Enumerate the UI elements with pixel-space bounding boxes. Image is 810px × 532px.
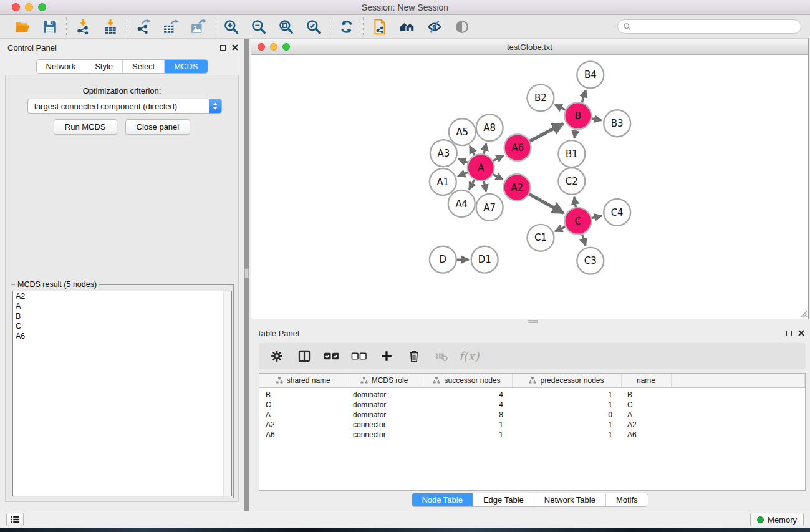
node-A2[interactable]: A2 <box>504 174 531 201</box>
tab-select[interactable]: Select <box>123 60 165 73</box>
column-header-predecessor-nodes[interactable]: predecessor nodes <box>512 374 621 387</box>
hide-graphics-details-button[interactable] <box>424 17 445 36</box>
column-header-shared-name[interactable]: shared name <box>259 374 347 387</box>
home-button[interactable] <box>397 17 418 36</box>
table-split-divider[interactable] <box>249 319 810 324</box>
column-header-successor-nodes[interactable]: successor nodes <box>422 374 512 387</box>
resize-grip-icon[interactable] <box>799 309 808 318</box>
tab-network-table[interactable]: Network Table <box>534 493 606 506</box>
mcds-result-item[interactable]: B <box>13 311 231 321</box>
node-D[interactable]: D <box>430 246 456 273</box>
node-table[interactable]: shared nameMCDS rolesuccessor nodesprede… <box>259 373 806 491</box>
node-B[interactable]: B <box>564 102 591 129</box>
node-A7[interactable]: A7 <box>476 194 503 221</box>
mcds-result-item[interactable]: C <box>13 321 231 331</box>
network-window-lights <box>258 43 290 51</box>
tab-mcds[interactable]: MCDS <box>165 60 207 73</box>
close-view-button[interactable] <box>258 43 265 51</box>
show-column-button[interactable] <box>296 348 312 364</box>
export-network-button[interactable] <box>133 17 154 36</box>
close-panel-icon[interactable] <box>798 330 804 336</box>
float-panel-icon[interactable] <box>786 331 792 336</box>
zoom-out-button[interactable] <box>248 17 269 36</box>
node-B1[interactable]: B1 <box>558 140 585 167</box>
tab-edge-table[interactable]: Edge Table <box>473 493 534 506</box>
node-B3[interactable]: B3 <box>604 110 630 137</box>
tab-node-table[interactable]: Node Table <box>412 493 473 506</box>
mcds-result-item[interactable]: A6 <box>13 331 231 341</box>
run-mcds-button[interactable]: Run MCDS <box>54 119 117 135</box>
function-builder-button[interactable]: f(x) <box>461 348 477 364</box>
mcds-result-item[interactable]: A2 <box>13 291 231 301</box>
table-row[interactable]: Bdominator41B <box>259 387 805 400</box>
unselect-all-button[interactable] <box>351 348 367 364</box>
tab-network[interactable]: Network <box>36 60 85 73</box>
table-row[interactable]: Adominator80A <box>259 410 805 420</box>
node-C3[interactable]: C3 <box>577 248 604 274</box>
node-A1[interactable]: A1 <box>430 168 456 195</box>
node-A[interactable]: A <box>468 154 494 181</box>
node-A5[interactable]: A5 <box>449 118 476 145</box>
node-C1[interactable]: C1 <box>528 225 554 251</box>
table-settings-button[interactable] <box>269 348 285 364</box>
divider-grip[interactable] <box>528 320 538 323</box>
close-panel-button[interactable]: Close panel <box>125 119 191 135</box>
node-B2[interactable]: B2 <box>528 84 554 111</box>
zoom-fit-button[interactable] <box>276 17 297 36</box>
export-table-button[interactable] <box>160 17 181 36</box>
memory-button[interactable]: Memory <box>750 513 804 526</box>
node-A6[interactable]: A6 <box>504 134 531 161</box>
import-network-button[interactable] <box>72 17 94 36</box>
close-window-button[interactable] <box>12 3 20 11</box>
network-graph[interactable]: B4B2BB3A8A5A6A3B1AA1C2A2A4A7C4CC1DD1C3 <box>251 55 808 319</box>
tab-motifs[interactable]: Motifs <box>606 493 648 506</box>
table-cell: C <box>621 400 671 410</box>
node-B4[interactable]: B4 <box>577 61 604 88</box>
save-session-button[interactable] <box>39 17 60 36</box>
tab-style[interactable]: Style <box>85 60 123 73</box>
minimize-window-button[interactable] <box>25 3 33 11</box>
table-row[interactable]: A6connector11A6 <box>259 430 805 440</box>
refresh-network-button[interactable] <box>336 17 357 36</box>
float-panel-icon[interactable] <box>220 45 226 51</box>
search-input[interactable] <box>635 22 796 31</box>
table-row[interactable]: A2connector11A2 <box>259 420 805 430</box>
optimization-criterion-select[interactable]: largest connected component (directed) <box>27 99 222 114</box>
node-C4[interactable]: C4 <box>604 199 630 226</box>
mcds-result-item[interactable]: A <box>13 301 231 311</box>
node-C2[interactable]: C2 <box>558 168 585 195</box>
zoom-in-button[interactable] <box>221 17 242 36</box>
node-A4[interactable]: A4 <box>448 190 475 217</box>
task-history-button[interactable] <box>6 513 24 526</box>
close-panel-icon[interactable] <box>232 44 238 51</box>
zoom-selected-button[interactable] <box>303 17 324 36</box>
column-header-name[interactable]: name <box>621 374 671 387</box>
import-table-button[interactable] <box>100 17 121 36</box>
network-from-selection-button[interactable] <box>369 17 390 36</box>
add-column-button[interactable] <box>378 348 395 364</box>
show-graphics-details-button[interactable] <box>451 17 473 36</box>
delete-table-button[interactable] <box>433 348 450 364</box>
delete-column-button[interactable] <box>406 348 422 364</box>
node-C[interactable]: C <box>564 208 591 235</box>
table-row[interactable]: Cdominator41C <box>259 400 805 410</box>
divider-grip[interactable] <box>244 268 249 278</box>
mcds-result-list[interactable]: A2ABCA6 <box>12 291 232 496</box>
scrollbar-track[interactable] <box>223 291 231 496</box>
open-session-button[interactable] <box>12 17 33 36</box>
column-header-MCDS-role[interactable]: MCDS role <box>347 374 422 387</box>
export-image-button[interactable] <box>188 17 209 36</box>
zoom-view-button[interactable] <box>282 43 290 51</box>
node-D1[interactable]: D1 <box>471 246 498 273</box>
main-area: Control Panel NetworkStyleSelectMCDS Opt… <box>0 39 810 511</box>
minimize-view-button[interactable] <box>270 43 277 51</box>
network-window-titlebar[interactable]: testGlobe.txt <box>251 39 808 55</box>
select-all-button[interactable] <box>324 348 340 364</box>
panel-split-divider[interactable] <box>244 39 249 511</box>
node-A8[interactable]: A8 <box>476 114 503 141</box>
refresh-network-icon <box>339 19 355 35</box>
node-A3[interactable]: A3 <box>430 140 457 167</box>
search-field[interactable] <box>617 19 801 34</box>
zoom-window-button[interactable] <box>38 3 46 11</box>
network-canvas[interactable]: B4B2BB3A8A5A6A3B1AA1C2A2A4A7C4CC1DD1C3 <box>251 55 808 319</box>
